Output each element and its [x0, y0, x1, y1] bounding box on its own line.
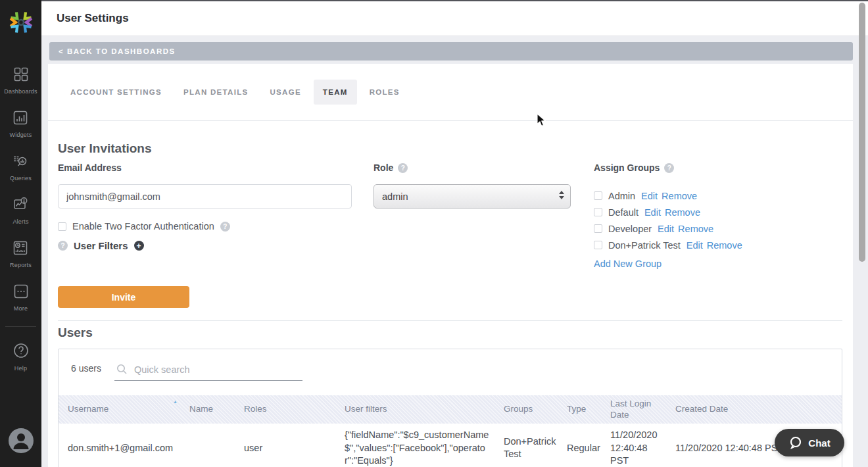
role-help-icon[interactable]: ? — [398, 163, 408, 173]
two-factor-help-icon[interactable]: ? — [220, 222, 230, 232]
role-select-value: admin — [382, 191, 408, 202]
group-name: Developer — [608, 224, 652, 234]
user-filters-help-icon[interactable]: ? — [58, 241, 68, 251]
group-checkbox[interactable] — [594, 208, 602, 216]
cell-groups: Don+Patrick Test — [504, 435, 567, 461]
chat-label: Chat — [808, 437, 830, 449]
add-user-filter-icon[interactable]: + — [134, 241, 144, 251]
column-header-last-login[interactable]: Last Login Date — [610, 399, 675, 421]
select-arrows-icon — [559, 191, 564, 199]
assign-groups-help-icon[interactable]: ? — [664, 163, 674, 173]
table-row[interactable]: don.smith+1@gmail.com user {"fieldName":… — [59, 424, 842, 467]
column-header-created-date[interactable]: Created Date — [675, 404, 842, 415]
assign-groups-section: Assign Groups ? Admin Edit Remove Defaul… — [594, 162, 742, 270]
reports-icon — [12, 239, 29, 259]
group-checkbox[interactable] — [594, 224, 602, 233]
sidebar-item-queries[interactable]: Queries — [10, 153, 32, 182]
sidebar-item-more[interactable]: More — [12, 283, 30, 312]
tab-usage[interactable]: USAGE — [260, 80, 310, 105]
sidebar-divider — [5, 326, 36, 327]
sidebar-item-help[interactable]: Help — [12, 341, 30, 372]
back-to-dashboards-label: < BACK TO DASHBOARDS — [59, 47, 176, 55]
email-address-label: Email Address — [58, 162, 122, 173]
user-filters-label: User Filters — [74, 240, 128, 251]
role-select[interactable]: admin — [374, 184, 571, 209]
alerts-icon — [12, 196, 30, 216]
help-circle-icon — [12, 341, 30, 362]
group-remove-link[interactable]: Remove — [707, 240, 742, 251]
tab-team[interactable]: TEAM — [314, 80, 357, 105]
two-factor-checkbox[interactable] — [58, 222, 66, 231]
add-new-group-link[interactable]: Add New Group — [594, 258, 662, 269]
cell-username: don.smith+1@gmail.com — [68, 442, 189, 455]
user-count: 6 users — [71, 363, 101, 374]
tab-account-settings[interactable]: ACCOUNT SETTINGS — [61, 80, 171, 105]
sidebar-item-label: Alerts — [12, 218, 28, 225]
group-edit-link[interactable]: Edit — [658, 224, 674, 234]
main-area: User Settings < BACK TO DASHBOARDS ACCOU… — [41, 0, 868, 467]
invite-button[interactable]: Invite — [58, 286, 189, 308]
page-title: User Settings — [57, 0, 129, 36]
column-header-type[interactable]: Type — [567, 404, 610, 415]
tab-plan-details[interactable]: PLAN DETAILS — [174, 80, 257, 105]
sidebar-item-widgets[interactable]: Widgets — [10, 109, 32, 138]
sidebar-item-dashboards[interactable]: Dashboards — [4, 66, 37, 95]
tab-roles[interactable]: ROLES — [360, 80, 409, 105]
user-settings-screen: Dashboards Widgets Querie — [0, 0, 868, 467]
group-edit-link[interactable]: Edit — [641, 191, 658, 201]
more-icon — [12, 283, 30, 303]
users-heading: Users — [58, 326, 93, 340]
group-edit-link[interactable]: Edit — [687, 240, 703, 251]
column-header-roles[interactable]: Roles — [244, 404, 345, 415]
group-row-don-patrick-test: Don+Patrick Test Edit Remove — [594, 237, 742, 253]
top-border-line — [41, 0, 868, 1]
group-row-default: Default Edit Remove — [594, 204, 742, 220]
vertical-scrollbar-thumb[interactable] — [859, 3, 865, 262]
group-name: Don+Patrick Test — [608, 240, 681, 251]
cell-roles: user — [244, 442, 345, 455]
settings-tabs: ACCOUNT SETTINGS PLAN DETAILS USAGE TEAM… — [61, 80, 409, 105]
users-table-header: Username ▲ Name Roles User filters Group… — [59, 395, 842, 424]
group-checkbox[interactable] — [594, 241, 602, 249]
cell-last-login: 11/20/2020 12:40:48 PST — [610, 429, 675, 467]
group-remove-link[interactable]: Remove — [678, 224, 713, 234]
sidebar-item-label: Widgets — [10, 132, 32, 138]
sidebar-item-label: Queries — [10, 175, 32, 182]
chat-bubble-icon — [788, 435, 803, 450]
email-address-input[interactable] — [58, 184, 352, 209]
sidebar-item-label: Help — [14, 365, 27, 372]
quick-search-input[interactable] — [134, 364, 302, 375]
sidebar-item-reports[interactable]: Reports — [10, 239, 32, 268]
column-header-name[interactable]: Name — [189, 404, 244, 415]
chat-button[interactable]: Chat — [775, 429, 844, 456]
tabs-divider — [48, 120, 853, 121]
group-checkbox[interactable] — [594, 191, 602, 200]
cell-type: Regular — [567, 442, 610, 455]
sidebar-item-alerts[interactable]: Alerts — [12, 196, 30, 225]
sidebar-item-label: Reports — [10, 262, 32, 268]
group-name: Admin — [608, 191, 635, 201]
user-invitations-heading: User Invitations — [58, 141, 152, 156]
back-to-dashboards-button[interactable]: < BACK TO DASHBOARDS — [49, 42, 853, 61]
group-edit-link[interactable]: Edit — [644, 207, 661, 218]
group-name: Default — [608, 207, 639, 218]
users-panel: 6 users Username ▲ Name Roles — [58, 349, 842, 467]
group-remove-link[interactable]: Remove — [662, 191, 697, 201]
settings-card: ACCOUNT SETTINGS PLAN DETAILS USAGE TEAM… — [48, 64, 853, 467]
column-header-user-filters[interactable]: User filters — [345, 404, 504, 415]
role-label: Role — [374, 162, 393, 173]
group-row-admin: Admin Edit Remove — [594, 187, 742, 204]
cell-user-filters: {"fieldName":"$c9_customerName$","values… — [345, 429, 504, 467]
assign-groups-label: Assign Groups — [594, 162, 660, 173]
group-row-developer: Developer Edit Remove — [594, 220, 742, 237]
column-header-username[interactable]: Username ▲ — [68, 404, 189, 415]
app-logo-icon[interactable] — [7, 8, 36, 39]
group-remove-link[interactable]: Remove — [665, 207, 700, 218]
column-header-groups[interactable]: Groups — [504, 404, 567, 415]
sort-asc-icon[interactable]: ▲ — [173, 399, 178, 405]
sidebar: Dashboards Widgets Querie — [0, 0, 41, 467]
queries-icon — [12, 153, 29, 172]
user-avatar[interactable] — [8, 428, 34, 456]
widgets-icon — [12, 109, 29, 129]
dashboards-icon — [12, 66, 30, 86]
